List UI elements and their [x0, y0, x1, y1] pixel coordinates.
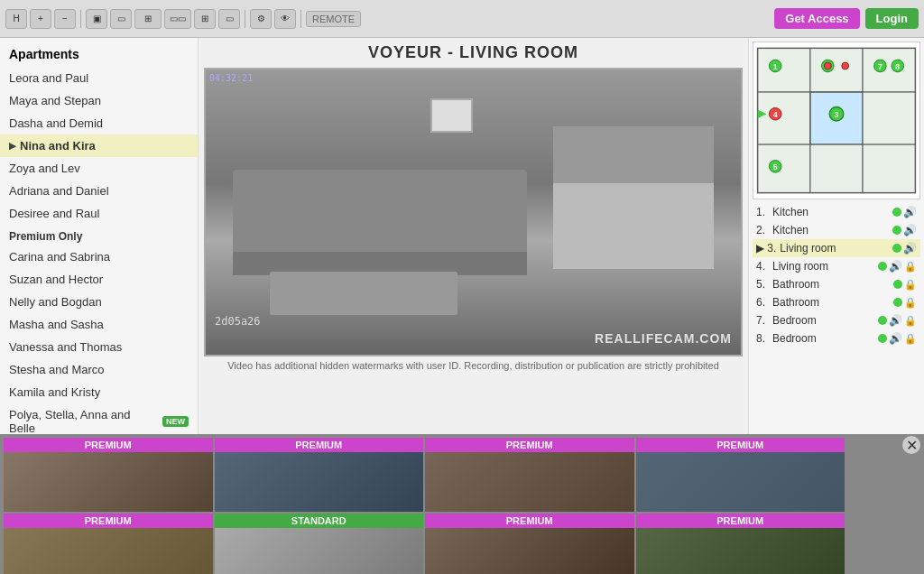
- thumb-item-2[interactable]: PREMIUM: [425, 438, 634, 512]
- green-dot: [893, 298, 902, 307]
- sidebar-item-suzan[interactable]: Suzan and Hector: [0, 268, 198, 291]
- item-label: Suzan and Hector: [9, 273, 103, 286]
- lock-icon: 🔒: [904, 333, 917, 345]
- thumb-image: [215, 452, 424, 512]
- sidebar-item-masha[interactable]: Masha and Sasha: [0, 313, 198, 336]
- sidebar-item-leora[interactable]: Leora and Paul: [0, 67, 198, 89]
- thumb-image: [425, 528, 634, 574]
- sidebar-item-nina[interactable]: ▶ Nina and Kira: [0, 134, 198, 157]
- svg-point-24: [824, 62, 831, 69]
- cam-name: Bedroom: [772, 314, 874, 327]
- camera-item-3[interactable]: ▶ 3. Living room 🔊: [753, 239, 920, 257]
- item-label: Zoya and Lev: [9, 162, 80, 175]
- thumb-label: PREMIUM: [425, 514, 634, 528]
- cam-num: 6.: [756, 296, 769, 309]
- thumb-image: [636, 528, 845, 574]
- sidebar-item-adriana[interactable]: Adriana and Daniel: [0, 180, 198, 202]
- thumb-item-3[interactable]: PREMIUM: [636, 438, 845, 512]
- cam-icons: 🔊 🔒: [878, 260, 917, 273]
- camera-item-8[interactable]: 8. Bedroom 🔊 🔒: [753, 329, 920, 347]
- app-layout: H + − ▣ ▭ ⊞ ▭▭ ⊞ ▭ ⚙ 👁 REMOTE Get Access…: [0, 0, 924, 574]
- content-area: Apartments Leora and Paul Maya and Stepa…: [0, 38, 924, 434]
- cam-name: Living room: [780, 242, 889, 255]
- cam-icons: 🔊: [892, 242, 917, 255]
- sidebar-item-maya[interactable]: Maya and Stepan: [0, 89, 198, 112]
- item-label: Nelly and Bogdan: [9, 295, 102, 309]
- tool-eye[interactable]: 👁: [274, 9, 296, 29]
- tool-6[interactable]: ▭: [218, 9, 240, 29]
- thumb-label: PREMIUM: [636, 438, 845, 452]
- camera-item-5[interactable]: 5. Bathroom 🔒: [753, 275, 920, 293]
- camera-item-7[interactable]: 7. Bedroom 🔊 🔒: [753, 311, 920, 329]
- camera-item-4[interactable]: 4. Living room 🔊 🔒: [753, 257, 920, 275]
- sidebar-item-stesha[interactable]: Stesha and Marco: [0, 358, 198, 381]
- sidebar-item-vanessa[interactable]: Vanessa and Thomas: [0, 336, 198, 358]
- thumb-label: PREMIUM: [636, 514, 845, 528]
- thumb-item-6[interactable]: PREMIUM: [425, 514, 634, 574]
- item-label: Carina and Sabrina: [9, 250, 110, 264]
- sidebar-item-nelly[interactable]: Nelly and Bogdan: [0, 291, 198, 313]
- thumb-label: STANDARD: [215, 514, 424, 528]
- cam-icons: 🔊 🔒: [878, 314, 917, 327]
- thumb-image: [215, 528, 424, 574]
- cam-name: Bathroom: [772, 296, 890, 309]
- video-title: VOYEUR - LIVING ROOM: [204, 43, 743, 62]
- thumb-item-5[interactable]: STANDARD: [215, 514, 424, 574]
- premium-section-label: Premium Only: [0, 225, 198, 245]
- thumb-label: PREMIUM: [215, 438, 424, 452]
- main-content: VOYEUR - LIVING ROOM: [199, 38, 748, 434]
- lock-icon: 🔒: [904, 315, 917, 327]
- thumb-item-0[interactable]: PREMIUM: [4, 438, 213, 512]
- green-dot: [892, 226, 901, 235]
- cam-num: 4.: [756, 260, 769, 273]
- green-dot: [893, 280, 902, 289]
- get-access-button[interactable]: Get Access: [774, 8, 859, 29]
- video-title-prefix: VOYEUR -: [368, 43, 459, 61]
- login-button[interactable]: Login: [865, 8, 919, 29]
- close-button[interactable]: ✕: [902, 436, 920, 454]
- camera-item-2[interactable]: 2. Kitchen 🔊: [753, 221, 920, 239]
- tool-plus[interactable]: +: [30, 9, 51, 29]
- tool-5[interactable]: ⊞: [194, 9, 216, 29]
- sidebar-item-zoya[interactable]: Zoya and Lev: [0, 157, 198, 180]
- tool-minus[interactable]: −: [54, 9, 76, 29]
- sidebar-item-desiree[interactable]: Desiree and Raul: [0, 202, 198, 225]
- video-container[interactable]: 04:32:21 2d05a26 REALLIFECAM.COM: [204, 68, 743, 356]
- svg-text:1: 1: [773, 62, 778, 71]
- camera-item-1[interactable]: 1. Kitchen 🔊: [753, 203, 920, 221]
- svg-text:4: 4: [773, 110, 778, 119]
- right-panel: 1 2 7 8 4 3 5: [748, 38, 924, 434]
- sidebar-item-dasha[interactable]: Dasha and Demid: [0, 112, 198, 134]
- bottom-panel: ✕ PREMIUM PREMIUM PREMIUM PREMIUM PREMIU…: [0, 434, 924, 574]
- sidebar-item-polya[interactable]: Polya, Stella, Anna and Belle NEW: [0, 403, 198, 434]
- svg-rect-7: [758, 144, 810, 192]
- item-label: Nina and Kira: [20, 139, 96, 153]
- tool-3[interactable]: ⊞: [134, 9, 162, 29]
- floor-plan: 1 2 7 8 4 3 5: [753, 42, 920, 199]
- thumb-label: PREMIUM: [425, 438, 634, 452]
- sidebar-item-carina[interactable]: Carina and Sabrina: [0, 245, 198, 268]
- cam-name: Bedroom: [772, 332, 874, 345]
- tool-2[interactable]: ▭: [110, 9, 132, 29]
- cam-icons: 🔒: [893, 297, 917, 309]
- tool-h[interactable]: H: [5, 9, 27, 29]
- video-title-room: LIVING ROOM: [459, 43, 578, 61]
- svg-text:7: 7: [878, 62, 882, 71]
- thumb-item-4[interactable]: PREMIUM: [4, 514, 213, 574]
- cam-num: 1.: [756, 206, 769, 218]
- thumb-item-1[interactable]: PREMIUM: [215, 438, 424, 512]
- svg-rect-8: [810, 144, 863, 192]
- tool-gear[interactable]: ⚙: [250, 9, 272, 29]
- remote-badge: REMOTE: [306, 11, 361, 27]
- cam-num: 2.: [756, 224, 769, 236]
- sidebar-item-kamila[interactable]: Kamila and Kristy: [0, 381, 198, 403]
- camera-item-6[interactable]: 6. Bathroom 🔒: [753, 293, 920, 311]
- thumb-item-7[interactable]: PREMIUM: [636, 514, 845, 574]
- green-dot: [892, 208, 901, 217]
- tool-4[interactable]: ▭▭: [164, 9, 191, 29]
- item-label: Adriana and Daniel: [9, 184, 109, 198]
- svg-text:3: 3: [835, 110, 839, 119]
- tool-1[interactable]: ▣: [86, 9, 107, 29]
- camera-list: 1. Kitchen 🔊 2. Kitchen 🔊 ▶: [753, 203, 920, 347]
- lock-icon: 🔒: [904, 261, 917, 273]
